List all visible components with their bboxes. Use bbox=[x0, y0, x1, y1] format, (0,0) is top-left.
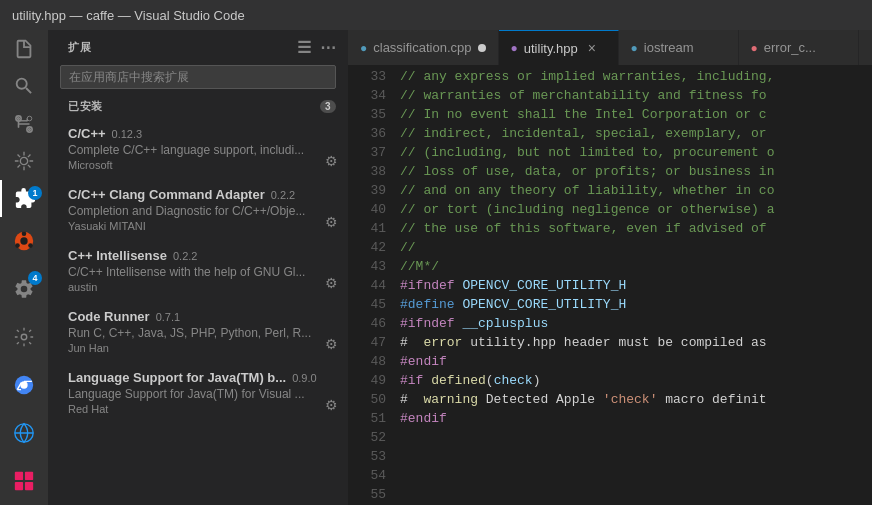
ext-name: C/C++ bbox=[68, 126, 106, 141]
line-number: 40 bbox=[358, 200, 386, 219]
code-line: #endif bbox=[400, 352, 872, 371]
line-number: 50 bbox=[358, 390, 386, 409]
ext-publisher: Yasuaki MITANI bbox=[68, 220, 336, 232]
search-box-container bbox=[48, 61, 348, 93]
extension-item-0[interactable]: C/C++ 0.12.3 Complete C/C++ language sup… bbox=[48, 118, 348, 179]
ext-gear-icon[interactable]: ⚙ bbox=[325, 153, 338, 169]
ext-publisher: austin bbox=[68, 281, 336, 293]
extension-item-1[interactable]: C/C++ Clang Command Adapter 0.2.2 Comple… bbox=[48, 179, 348, 240]
tab-error[interactable]: ● error_c... bbox=[739, 30, 859, 65]
activity-puzzle[interactable] bbox=[0, 457, 48, 505]
activity-surf[interactable] bbox=[0, 409, 48, 457]
line-number: 47 bbox=[358, 333, 386, 352]
code-line: // warranties of merchantability and fit… bbox=[400, 86, 872, 105]
line-number: 54 bbox=[358, 466, 386, 485]
code-token: // warranties of merchantability and fit… bbox=[400, 88, 767, 103]
ext-desc: C/C++ Intellisense with the help of GNU … bbox=[68, 265, 336, 279]
activity-source-control[interactable] bbox=[0, 105, 48, 142]
code-token: // any express or implied warranties, in… bbox=[400, 69, 774, 84]
tab-icon: ● bbox=[751, 41, 758, 55]
code-token: // indirect, incidental, special, exempl… bbox=[400, 126, 767, 141]
code-token: // (including, but not limited to, procu… bbox=[400, 145, 774, 160]
code-token: //M*/ bbox=[400, 259, 439, 274]
ext-top-row: Language Support for Java(TM) b... 0.9.0 bbox=[68, 370, 336, 385]
ext-gear-icon[interactable]: ⚙ bbox=[325, 214, 338, 230]
tab-modified-dot bbox=[478, 44, 486, 52]
sidebar-header-icons: ☰ ⋯ bbox=[297, 38, 336, 57]
activity-debug[interactable] bbox=[0, 142, 48, 179]
code-content[interactable]: // any express or implied warranties, in… bbox=[396, 65, 872, 505]
svg-point-6 bbox=[20, 157, 27, 164]
activity-extensions[interactable]: 1 bbox=[0, 180, 48, 217]
code-line: // bbox=[400, 238, 872, 257]
ext-gear-icon[interactable]: ⚙ bbox=[325, 397, 338, 413]
activity-search[interactable] bbox=[0, 67, 48, 104]
tab-classification[interactable]: ● classification.cpp bbox=[348, 30, 499, 65]
sidebar-header: 扩展 ☰ ⋯ bbox=[48, 30, 348, 61]
code-line: // (including, but not limited to, procu… bbox=[400, 143, 872, 162]
svg-rect-18 bbox=[15, 482, 23, 490]
activity-chrome[interactable] bbox=[0, 361, 48, 409]
tab-icon: ● bbox=[360, 41, 367, 55]
tab-icon: ● bbox=[631, 41, 638, 55]
code-token: macro definit bbox=[657, 392, 766, 407]
svg-point-9 bbox=[22, 231, 27, 236]
code-line: #if defined(check) bbox=[400, 371, 872, 390]
ext-name: Code Runner bbox=[68, 309, 150, 324]
code-token: #endif bbox=[400, 354, 447, 369]
code-token: # bbox=[400, 335, 423, 350]
title-text: utility.hpp — caffe — Visual Studio Code bbox=[12, 8, 245, 23]
search-input[interactable] bbox=[60, 65, 336, 89]
main-layout: 1 4 bbox=[0, 30, 872, 505]
activity-manage[interactable] bbox=[0, 313, 48, 361]
code-token: ) bbox=[533, 373, 541, 388]
code-line: #endif bbox=[400, 409, 872, 428]
svg-rect-19 bbox=[25, 482, 33, 490]
activity-avatar[interactable] bbox=[0, 217, 48, 265]
tab-label: utility.hpp bbox=[524, 41, 578, 56]
code-token: OPENCV_CORE_UTILITY_H bbox=[462, 297, 626, 312]
code-token: // the use of this software, even if adv… bbox=[400, 221, 767, 236]
activity-settings[interactable]: 4 bbox=[0, 265, 48, 313]
sidebar-more-icon[interactable]: ⋯ bbox=[320, 38, 337, 57]
code-token: ( bbox=[486, 373, 494, 388]
line-number: 55 bbox=[358, 485, 386, 504]
extension-item-3[interactable]: Code Runner 0.7.1 Run C, C++, Java, JS, … bbox=[48, 301, 348, 362]
tab-bar: ● classification.cpp ● utility.hpp × ● i… bbox=[348, 30, 872, 65]
tab-icon: ● bbox=[511, 41, 518, 55]
sidebar-filter-icon[interactable]: ☰ bbox=[297, 38, 312, 57]
code-line: #ifndef OPENCV_CORE_UTILITY_H bbox=[400, 276, 872, 295]
ext-top-row: C/C++ Clang Command Adapter 0.2.2 bbox=[68, 187, 336, 202]
activity-explorer[interactable] bbox=[0, 30, 48, 67]
extension-item-2[interactable]: C++ Intellisense 0.2.2 C/C++ Intellisens… bbox=[48, 240, 348, 301]
code-token: // loss of use, data, or profits; or bus… bbox=[400, 164, 774, 179]
ext-version: 0.7.1 bbox=[156, 311, 180, 323]
line-number: 42 bbox=[358, 238, 386, 257]
code-line: # error utility.hpp header must be compi… bbox=[400, 333, 872, 352]
ext-publisher: Microsoft bbox=[68, 159, 336, 171]
code-line: #ifndef __cplusplus bbox=[400, 314, 872, 333]
svg-point-8 bbox=[20, 237, 27, 244]
line-number: 45 bbox=[358, 295, 386, 314]
code-token: # bbox=[400, 392, 423, 407]
code-token: #ifndef bbox=[400, 316, 455, 331]
svg-point-14 bbox=[20, 381, 27, 388]
line-number: 44 bbox=[358, 276, 386, 295]
code-token: warning bbox=[423, 392, 478, 407]
ext-top-row: C/C++ 0.12.3 bbox=[68, 126, 336, 141]
code-token: // and on any theory of liability, wheth… bbox=[400, 183, 774, 198]
extension-item-4[interactable]: Language Support for Java(TM) b... 0.9.0… bbox=[48, 362, 348, 423]
activity-bar: 1 4 bbox=[0, 30, 48, 505]
tab-close-button[interactable]: × bbox=[588, 40, 596, 56]
ext-gear-icon[interactable]: ⚙ bbox=[325, 336, 338, 352]
tab-utility[interactable]: ● utility.hpp × bbox=[499, 30, 619, 65]
code-token: #if bbox=[400, 373, 423, 388]
tab-iostream[interactable]: ● iostream bbox=[619, 30, 739, 65]
svg-rect-17 bbox=[25, 472, 33, 480]
code-token: // or tort (including negligence or othe… bbox=[400, 202, 774, 217]
line-number: 49 bbox=[358, 371, 386, 390]
ext-gear-icon[interactable]: ⚙ bbox=[325, 275, 338, 291]
code-line: // the use of this software, even if adv… bbox=[400, 219, 872, 238]
title-bar: utility.hpp — caffe — Visual Studio Code bbox=[0, 0, 872, 30]
ext-name: Language Support for Java(TM) b... bbox=[68, 370, 286, 385]
